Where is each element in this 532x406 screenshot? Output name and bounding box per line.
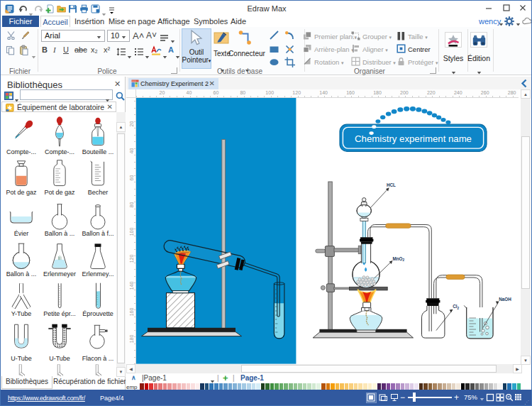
svg-text:HCL: HCL — [387, 182, 396, 187]
svg-text:MnO2: MnO2 — [393, 256, 405, 263]
svg-text:NaOH: NaOH — [499, 297, 511, 302]
svg-text:Cl2: Cl2 — [453, 304, 459, 310]
